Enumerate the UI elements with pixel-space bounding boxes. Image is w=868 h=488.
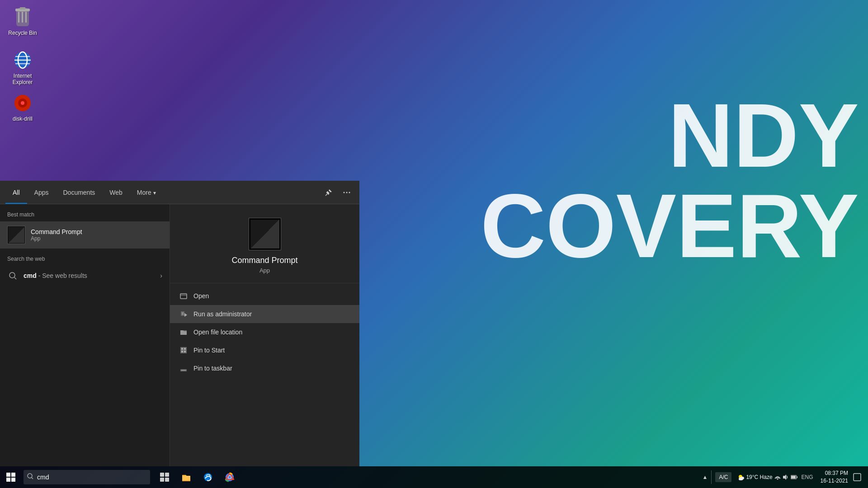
web-chevron-icon: ›	[160, 272, 162, 279]
svg-point-50	[777, 479, 778, 480]
taskbar-search-box[interactable]: cmd	[24, 470, 150, 484]
taskbar-right: ▲ A/C 19°C Haze	[703, 466, 868, 488]
volume-icon	[783, 474, 789, 480]
svg-rect-2	[22, 12, 23, 23]
svg-rect-54	[791, 476, 796, 479]
web-keyword: cmd	[24, 272, 37, 279]
open-file-location-label: Open file location	[193, 328, 242, 336]
svg-rect-40	[165, 478, 169, 482]
disk-drill-label: disk-drill	[13, 116, 33, 122]
result-text: Command Prompt App	[31, 228, 82, 242]
taskbar-edge[interactable]	[197, 466, 219, 488]
recycle-bin-label: Recycle Bin	[8, 30, 37, 36]
search-body: Best match Command Prompt App Search the…	[0, 204, 359, 466]
context-run-as-admin[interactable]: Run as administrator	[170, 305, 359, 323]
svg-point-18	[9, 272, 15, 278]
desktop: NDY COVERY Recycle Bin	[0, 0, 868, 488]
notification-button[interactable]	[850, 466, 864, 488]
svg-point-16	[346, 192, 348, 193]
svg-rect-25	[181, 348, 183, 350]
context-open-file-location[interactable]: Open file location	[170, 323, 359, 341]
pin-start-icon	[179, 346, 188, 355]
ie-label: Internet Explorer	[6, 73, 39, 85]
cmd-icon	[7, 226, 25, 244]
search-web-label: Search the web	[7, 256, 162, 262]
svg-rect-41	[182, 476, 190, 480]
desktop-icon-ie[interactable]: Internet Explorer	[5, 47, 41, 87]
right-cmd-icon	[249, 218, 281, 250]
svg-rect-30	[181, 370, 186, 371]
search-tab-icons	[321, 185, 354, 200]
svg-rect-32	[11, 473, 15, 477]
start-button[interactable]	[0, 466, 22, 488]
taskbar-center-apps	[154, 466, 241, 488]
background-text: NDY COVERY	[481, 90, 868, 271]
desktop-icon-disk-drill[interactable]: disk-drill	[5, 90, 41, 124]
svg-line-36	[32, 478, 33, 479]
svg-line-19	[14, 277, 16, 279]
taskbar-search-icon	[27, 473, 33, 481]
pin-to-taskbar-label: Pin to taskbar	[193, 365, 232, 372]
search-tabs: All Apps Documents Web More	[0, 181, 359, 204]
svg-rect-33	[6, 478, 10, 482]
taskbar: cmd	[0, 466, 868, 488]
right-app-type: App	[259, 267, 270, 274]
svg-rect-3	[25, 12, 27, 23]
svg-point-49	[739, 478, 741, 480]
open-label: Open	[193, 292, 209, 300]
context-pin-to-start[interactable]: Pin to Start	[170, 341, 359, 359]
pin-to-start-label: Pin to Start	[193, 347, 225, 354]
pin-icon-button[interactable]	[321, 185, 336, 200]
tab-all[interactable]: All	[5, 181, 27, 204]
tab-apps[interactable]: Apps	[27, 181, 56, 204]
battery-icon	[791, 475, 798, 479]
search-web-item[interactable]: cmd - See web results ›	[7, 266, 162, 286]
best-match-label: Best match	[0, 204, 170, 221]
svg-rect-28	[184, 351, 186, 352]
svg-rect-53	[797, 476, 797, 478]
svg-rect-55	[854, 474, 861, 481]
tab-documents[interactable]: Documents	[56, 181, 102, 204]
ellipsis-icon-button[interactable]	[340, 185, 354, 200]
svg-marker-23	[184, 313, 187, 317]
weather-temp: 19°C Haze	[746, 474, 772, 480]
web-suffix: - See web results	[38, 272, 87, 279]
svg-rect-27	[181, 351, 183, 352]
desktop-icon-recycle-bin[interactable]: Recycle Bin	[5, 5, 41, 38]
svg-rect-37	[160, 473, 164, 477]
search-right-panel: Command Prompt App Open	[170, 204, 359, 466]
svg-rect-1	[18, 12, 19, 23]
date-display: 16-11-2021	[821, 477, 848, 485]
svg-point-17	[349, 192, 350, 193]
recycle-bin-icon	[12, 6, 33, 28]
context-menu: Open Run as administrator	[170, 283, 359, 381]
svg-point-15	[344, 192, 345, 193]
svg-rect-39	[160, 478, 164, 482]
more-chevron-icon	[153, 189, 156, 196]
svg-rect-20	[180, 294, 187, 299]
taskbar-time[interactable]: 08:37 PM 16-11-2021	[821, 469, 848, 485]
tab-more[interactable]: More	[130, 181, 163, 204]
right-app-header: Command Prompt App	[170, 204, 359, 283]
svg-rect-5	[20, 7, 25, 9]
tab-web[interactable]: Web	[102, 181, 130, 204]
taskbar-file-explorer[interactable]	[175, 466, 197, 488]
taskbar-ac-button[interactable]: A/C	[715, 472, 731, 482]
svg-rect-22	[182, 312, 184, 315]
context-open[interactable]: Open	[170, 287, 359, 305]
context-pin-to-taskbar[interactable]: Pin to taskbar	[170, 359, 359, 377]
taskbar-chrome[interactable]	[219, 466, 241, 488]
svg-line-14	[326, 194, 327, 196]
svg-point-35	[28, 474, 32, 478]
right-app-name: Command Prompt	[231, 256, 297, 265]
svg-point-13	[21, 101, 24, 105]
network-icon	[774, 474, 781, 480]
taskbar-chevron-up[interactable]: ▲	[703, 474, 708, 480]
svg-rect-31	[6, 473, 10, 477]
admin-icon	[179, 310, 188, 319]
search-web-section: Search the web cmd - See web results	[0, 249, 170, 289]
taskbar-task-view[interactable]	[154, 466, 175, 488]
search-left-panel: Best match Command Prompt App Search the…	[0, 204, 170, 466]
result-command-prompt[interactable]: Command Prompt App	[0, 221, 170, 249]
disk-drill-icon	[12, 92, 33, 114]
